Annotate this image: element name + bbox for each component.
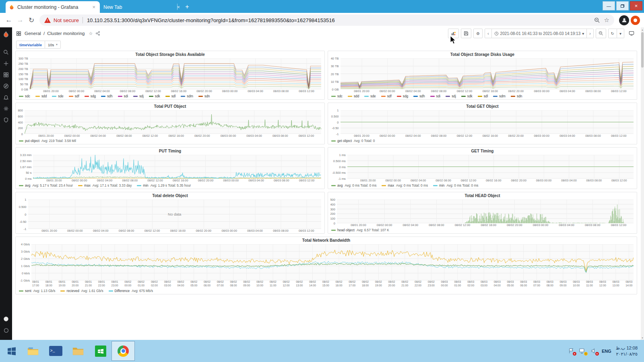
file-explorer-button[interactable] [22,341,44,360]
breadcrumb-folder[interactable]: General [25,31,41,36]
time-shift-forward-button[interactable]: › [587,29,593,38]
forward-button[interactable]: → [14,16,26,24]
chart-plot[interactable]: No data [28,200,322,229]
panel-title[interactable]: GET Timing [328,148,637,155]
chart-plot[interactable] [25,110,321,134]
legend-item[interactable]: sdi [430,94,441,98]
network-status-icon[interactable]: ! [579,348,586,354]
scrollbar-down-arrow[interactable]: ▾ [641,336,644,339]
legend-item[interactable]: maxAvg: 17.1 s Total: 3.33 day [78,183,132,187]
legend-item[interactable]: sdk [149,94,160,98]
legend-item[interactable]: sdl [478,94,488,98]
legend-item[interactable]: minAvg: 0 ms Total: 0 ms [433,183,478,187]
legend-item[interactable]: sde [52,94,63,98]
legend-item[interactable]: avgAvg: 5.17 s Total: 23.4 hour [19,183,73,187]
taskbar-clock[interactable]: 12:08 ب.ظ ٢٠٢١/٠٨/٢٥ [616,345,638,357]
legend-item[interactable]: sdg [85,94,96,98]
panel-title[interactable]: Total GET Object [328,103,637,110]
legend-item[interactable]: sdg [397,94,408,98]
language-indicator[interactable]: ENG [602,349,611,354]
minimize-button[interactable]: — [603,1,615,10]
address-bar[interactable]: ! Not secure 10.110.253.51:3000/d/q3xVFN… [39,14,614,26]
help-icon[interactable] [3,327,9,333]
page-scrollbar[interactable]: ▴ ▾ [641,27,644,340]
panel-title[interactable]: Total PUT Object [16,103,324,110]
url-text[interactable]: 10.110.253.51:3000/d/q3xVFNGnz/cluster-m… [87,17,594,23]
legend-item[interactable]: sdl [165,94,176,98]
legend-item[interactable]: sdj [446,94,456,98]
legend-item[interactable]: sdm [493,94,506,98]
legend-item[interactable]: sdm [181,94,193,98]
time-shift-back-button[interactable]: ‹ [485,29,491,38]
alerting-bell-icon[interactable] [3,94,9,101]
zoom-icon[interactable] [594,17,600,23]
refresh-interval-caret[interactable]: ▾ [617,29,624,38]
user-avatar-icon[interactable] [3,316,9,322]
breadcrumb-dashboard[interactable]: Cluster monitoring [47,31,85,36]
legend-item[interactable]: sdd [35,94,47,98]
chart-plot[interactable] [337,200,634,223]
grafana-logo-icon[interactable] [3,31,9,38]
legend-item[interactable]: avgAvg: 0 ms Total: 0 ms [331,183,376,187]
scrollbar-up-arrow[interactable]: ▴ [641,28,644,31]
legend-item[interactable]: get objectAvg: 0 Total: 0 [331,139,375,143]
legend-item[interactable]: sdc [331,94,343,98]
legend-item[interactable]: put objectAvg: 219 Total: 3.58 Mil [19,139,76,143]
legend-item[interactable]: sdn [511,94,522,98]
legend-item[interactable]: head objectAvg: 6.57 Total: 107 K [331,228,389,232]
back-button[interactable]: ← [3,16,14,24]
panel-title[interactable]: Total delete Object [16,192,324,200]
start-button[interactable] [2,341,22,360]
dashboards-icon[interactable] [3,72,9,78]
dashboard-settings-button[interactable]: ⚙ [473,29,483,38]
panel-title[interactable]: Total Network Bandwidth [16,237,637,244]
tab-close-icon[interactable]: × [91,4,97,10]
legend-item[interactable]: sdc [19,94,30,98]
legend-item[interactable]: sdi [118,94,128,98]
time-range-button[interactable]: 2021-08-01 16:41:33 to 2021-08-03 14:19:… [492,29,587,38]
panel-title[interactable]: Total HEAD Object [328,192,637,200]
chrome-update-icon[interactable] [631,16,640,25]
share-icon[interactable] [95,31,100,36]
tab-close-icon[interactable]: × [175,4,181,10]
legend-item[interactable]: maxAvg: 0 ms Total: 0 ms [382,183,428,187]
chrome-button[interactable] [112,341,134,360]
legend-item[interactable]: sdn [198,94,210,98]
chart-plot[interactable] [341,110,634,134]
legend-item[interactable]: sdh [413,94,425,98]
reload-button[interactable]: ↻ [26,16,37,25]
legend-item[interactable]: sde [364,94,376,98]
favorite-star-icon[interactable]: ☆ [89,31,93,36]
action-center-flag-icon[interactable]: × [568,348,575,354]
scrollbar-thumb[interactable] [641,32,644,68]
legend-item[interactable]: recievedAvg: 1.61 Gb/s [60,289,103,293]
legend-item[interactable]: minAvg: 1.29 s Total: 5.35 hour [137,183,191,187]
powershell-button[interactable]: >_ [44,341,67,360]
bookmark-star-icon[interactable]: ☆ [604,16,609,24]
legend-item[interactable]: DifferenceAvg: 675 Mb/s [109,289,153,293]
volume-icon[interactable]: × [590,348,597,354]
server-admin-shield-icon[interactable] [3,117,9,123]
legend-item[interactable]: sdd [348,94,359,98]
close-button[interactable]: × [630,1,642,10]
chart-plot[interactable] [31,244,634,280]
explore-compass-icon[interactable] [3,83,9,89]
configuration-gear-icon[interactable] [3,105,9,112]
zoom-out-time-button[interactable] [596,29,606,38]
legend-item[interactable]: sdk [461,94,473,98]
folder-button[interactable] [67,341,89,360]
chart-plot[interactable] [30,58,321,89]
panel-title[interactable]: Total Object Storage Disks Usage [328,51,637,58]
variable-value-dropdown[interactable]: 10s ▾ [45,41,61,49]
dashboard-grid-icon[interactable] [16,31,21,36]
legend-item[interactable]: sdf [69,94,79,98]
add-panel-button[interactable] [448,29,459,38]
restore-button[interactable] [616,1,629,10]
cycle-view-mode-button[interactable] [626,29,637,38]
chart-plot[interactable] [33,155,321,179]
chart-plot[interactable] [341,58,634,89]
new-tab-button[interactable]: + [182,2,192,11]
panel-title[interactable]: Total Object Storage Disks Available [16,51,324,58]
legend-item[interactable]: sdh [101,94,112,98]
tab-cluster-monitoring[interactable]: Cluster monitoring - Grafana × [6,1,100,13]
